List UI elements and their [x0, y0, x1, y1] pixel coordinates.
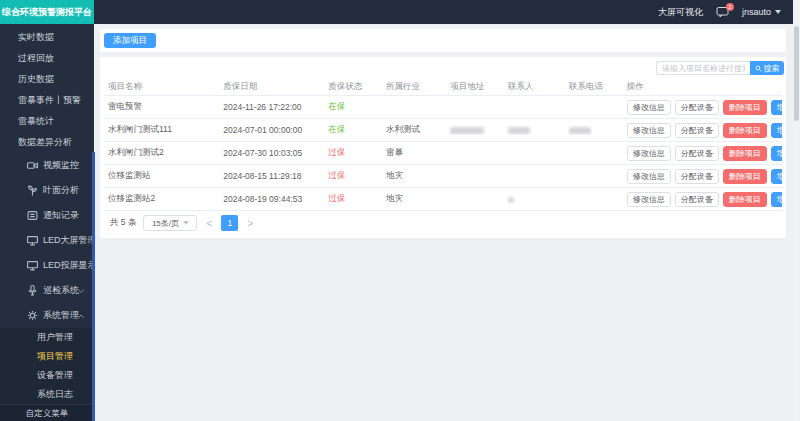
redacted-blur [508, 127, 530, 134]
message-icon[interactable]: 2 [716, 7, 729, 18]
warranty-status-cell: 过保 [324, 147, 382, 159]
username: jnsauto [742, 7, 771, 17]
warranty-status-cell: 过保 [324, 193, 382, 205]
pagination-total: 共 5 条 [110, 217, 136, 229]
topbar: 大屏可视化 2 jnsauto [94, 0, 793, 24]
industry-cell: 地灾 [382, 193, 446, 205]
chevron-down-icon [77, 262, 85, 270]
value-added-button[interactable]: 增值服务 [771, 100, 782, 115]
sidebar-item[interactable]: LED投屏显示 [0, 253, 94, 278]
sidebar-item[interactable]: 巡检系统 [0, 278, 94, 303]
toolbar-card: 添加项目 [100, 29, 786, 52]
delete-project-button[interactable]: 删除项目 [723, 192, 767, 207]
delete-project-button[interactable]: 删除项目 [723, 169, 767, 184]
sidebar-footer-custom-menu[interactable]: 自定义菜单 [0, 406, 94, 421]
page-scrollbar-thumb[interactable] [794, 26, 799, 121]
edit-info-button[interactable]: 修改信息 [627, 169, 671, 184]
delete-project-button[interactable]: 删除项目 [723, 146, 767, 161]
sidebar-subitem[interactable]: 系统日志 [0, 385, 94, 404]
column-header: 质保日期 [219, 81, 324, 93]
status-text: 过保 [328, 170, 345, 180]
page-number-1[interactable]: 1 [221, 215, 238, 231]
page-scrollbar[interactable] [793, 0, 800, 421]
monitor-icon [27, 260, 38, 271]
assign-device-button[interactable]: 分配设备 [675, 169, 719, 184]
column-header: 项目地址 [446, 81, 504, 93]
chevron-up-icon [77, 312, 85, 320]
search-input[interactable] [656, 61, 750, 75]
value-added-button[interactable]: 增值服务 [771, 146, 782, 161]
actions-cell: 修改信息分配设备删除项目增值服务 [623, 123, 782, 138]
sidebar-subitem[interactable]: 设备管理 [0, 366, 94, 385]
sidebar-scrollbar-thumb[interactable] [92, 152, 95, 421]
contact-cell [504, 194, 565, 204]
app-title: 综合环境预警测报平台 [0, 0, 94, 24]
user-menu[interactable]: jnsauto [742, 7, 781, 17]
sidebar-item[interactable]: 历史数据 [0, 69, 94, 90]
table-row: 水利闸门测试1112024-07-01 00:00:00在保水利测试修改信息分配… [104, 119, 782, 142]
search-button[interactable]: 搜索 [750, 61, 784, 75]
project-name-cell: 水利闸门测试111 [104, 124, 219, 136]
search-bar: 搜索 [656, 61, 784, 75]
sidebar-item[interactable]: 系统管理 [0, 303, 94, 328]
sidebar-item[interactable]: 通知记录 [0, 203, 94, 228]
delete-project-button[interactable]: 删除项目 [723, 100, 767, 115]
sidebar-subitem[interactable]: 用户管理 [0, 328, 94, 347]
edit-info-button[interactable]: 修改信息 [627, 146, 671, 161]
status-text: 过保 [328, 147, 345, 157]
big-screen-link[interactable]: 大屏可视化 [658, 6, 703, 19]
sidebar-item[interactable]: 视频监控 [0, 153, 94, 178]
value-added-button[interactable]: 增值服务 [771, 169, 782, 184]
assign-device-button[interactable]: 分配设备 [675, 100, 719, 115]
table-row: 位移监测站2024-08-15 11:29:18过保地灾修改信息分配设备删除项目… [104, 165, 782, 188]
sidebar-submenu-system: 用户管理项目管理设备管理系统日志 [0, 328, 94, 404]
warranty-date-cell: 2024-11-26 17:22:00 [219, 102, 324, 112]
sidebar-item-label: 雷暴统计 [18, 115, 54, 128]
warranty-status-cell: 在保 [324, 124, 382, 136]
column-header: 联系人 [504, 81, 565, 93]
search-button-label: 搜索 [764, 63, 780, 74]
sidebar-item[interactable]: LED大屏管理 [0, 228, 94, 253]
sidebar-item[interactable]: 雷暴统计 [0, 111, 94, 132]
message-badge: 2 [726, 3, 734, 11]
column-header: 联系电话 [565, 81, 623, 93]
assign-device-button[interactable]: 分配设备 [675, 146, 719, 161]
warranty-date-cell: 2024-07-30 10:03:05 [219, 148, 324, 158]
assign-device-button[interactable]: 分配设备 [675, 192, 719, 207]
assign-device-button[interactable]: 分配设备 [675, 123, 719, 138]
delete-project-button[interactable]: 删除项目 [723, 123, 767, 138]
industry-cell: 地灾 [382, 170, 446, 182]
page-size-select[interactable]: 15条/页 [143, 215, 197, 231]
column-header: 项目名称 [104, 81, 219, 93]
sidebar-item[interactable]: 数据差异分析 [0, 132, 94, 153]
sidebar-item-label: 实时数据 [18, 31, 54, 44]
value-added-button[interactable]: 增值服务 [771, 192, 782, 207]
industry-cell: 水利测试 [382, 124, 446, 136]
sidebar-item-label: 通知记录 [43, 209, 79, 222]
warranty-date-cell: 2024-08-15 11:29:18 [219, 171, 324, 181]
redacted-blur [508, 197, 514, 203]
chevron-down-icon [77, 287, 85, 295]
monitor-icon [27, 235, 38, 246]
project-name-cell: 水利闸门测试2 [104, 147, 219, 159]
inspection-icon [27, 285, 38, 296]
add-project-button[interactable]: 添加项目 [104, 33, 156, 48]
gear-icon [27, 310, 38, 321]
sidebar-item[interactable]: 过程回放 [0, 48, 94, 69]
sidebar-item[interactable]: 雷暴事件丨预警 [0, 90, 94, 111]
sidebar-subitem-active[interactable]: 项目管理 [0, 347, 94, 366]
project-name-cell: 位移监测站 [104, 170, 219, 182]
chevron-down-icon [183, 221, 189, 225]
column-header: 所属行业 [382, 81, 446, 93]
edit-info-button[interactable]: 修改信息 [627, 192, 671, 207]
next-page-button[interactable]: > [245, 218, 255, 229]
sidebar-item[interactable]: 叶面分析 [0, 178, 94, 203]
warranty-status-cell: 过保 [324, 170, 382, 182]
edit-info-button[interactable]: 修改信息 [627, 100, 671, 115]
sidebar-item[interactable]: 实时数据 [0, 27, 94, 48]
edit-info-button[interactable]: 修改信息 [627, 123, 671, 138]
prev-page-button[interactable]: < [204, 218, 214, 229]
value-added-button[interactable]: 增值服务 [771, 123, 782, 138]
notification-icon [27, 210, 38, 221]
sidebar-item-label: 数据差异分析 [18, 136, 72, 149]
